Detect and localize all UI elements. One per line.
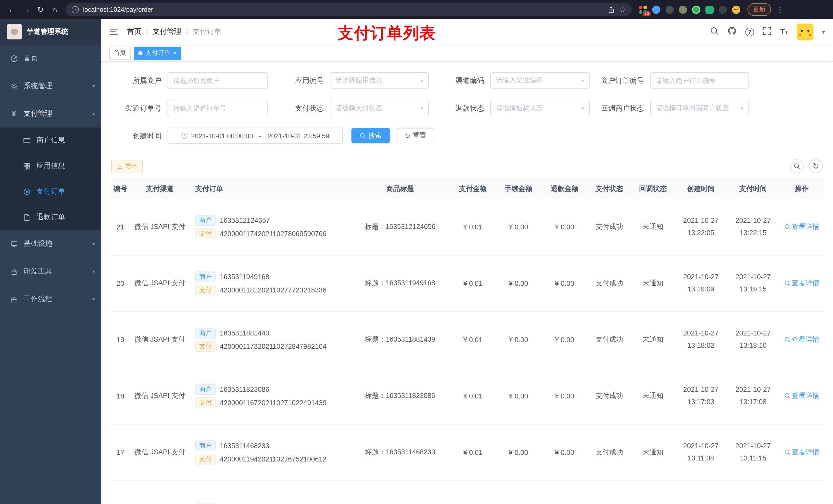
page-content: 所属商户 应用编号 请选择应用信息 ▾ 渠道编码 请输入渠道编码 ▾ 商户订单编… [101,62,833,504]
reset-button[interactable]: ↻ 重置 [397,128,434,143]
extension-chat-icon[interactable] [706,5,714,14]
cell-pay-order: 商户1635311881440 支付4200001173202110272847… [190,311,350,368]
merchant-select-input[interactable] [168,72,268,89]
channel-order-no-input[interactable] [168,100,268,116]
cell-channel: 微信 JSAPI 支付 [129,255,190,311]
browser-menu-icon[interactable]: ⋮ [776,5,784,14]
sidebar-item-payment[interactable]: ¥ 支付管理 ▴ [0,100,101,127]
filter-label: 创建时间 [111,127,168,144]
extension-pin-icon[interactable] [719,5,727,14]
app-title: 芋道管理系统 [27,27,68,37]
search-icon[interactable] [710,26,718,37]
cell-refund: ¥ 0.00 [542,311,588,368]
breadcrumb-payment[interactable]: 支付管理 [153,27,181,37]
table-row-partial: 商户1635311157736 [111,480,824,504]
sidebar-item-pay-order[interactable]: 支付订单 [0,179,101,205]
search-button-label: 搜索 [368,131,382,140]
create-time-range-picker[interactable]: 2021-10-01 00:00:00 - 2021-10-31 23:59:5… [168,127,343,144]
placeholder-text: 请选择订单回调商户状态 [656,103,738,113]
download-icon [117,163,123,169]
refund-status-select[interactable]: 请选择退款状态 ▾ [490,100,590,116]
cell-title: 标题：1635311881439 [350,311,450,368]
cell-pay-order: 商户1635311157736 [190,480,350,504]
chevron-down-icon: ▾ [741,105,743,111]
font-size-icon[interactable]: TT [780,27,788,37]
extension-face-icon[interactable] [732,5,740,14]
view-detail-link[interactable]: 查看详情 [784,335,819,344]
notify-status-select[interactable]: 请选择订单回调商户状态 ▾ [650,100,749,116]
refresh-table-icon[interactable]: ↻ [809,159,823,173]
col-notify: 回调状态 [631,179,675,199]
address-bar[interactable]: i localhost:1024/pay/order ☆ [66,3,632,16]
pay-status-select[interactable]: 请选择支付状态 ▾ [330,100,429,116]
sidebar-item-refund-order[interactable]: 退款订单 [0,205,101,230]
github-icon[interactable] [727,26,736,38]
caret-down-icon[interactable]: ▾ [822,29,825,34]
view-detail-link[interactable]: 查看详情 [784,279,819,288]
gear-icon [10,82,18,90]
update-button[interactable]: 更新 [747,3,771,16]
breadcrumb-home[interactable]: 首页 [127,27,141,37]
sidebar-item-infrastructure[interactable]: 基础设施 ▾ [0,230,101,258]
sidebar-item-workflow[interactable]: 工作流程 ▾ [0,285,101,313]
view-detail-link[interactable]: 查看详情 [784,222,819,232]
home-icon[interactable]: ⌂ [48,3,62,16]
sidebar-item-merchant-info[interactable]: 商户信息 [0,127,101,153]
view-detail-link[interactable]: 查看详情 [784,391,819,401]
fullscreen-icon[interactable] [763,26,771,37]
sidebar-item-label: 应用信息 [37,161,65,171]
user-avatar[interactable] [796,23,813,40]
help-icon[interactable]: ? [745,27,754,36]
tab-pay-order[interactable]: 支付订单 × [134,46,181,60]
cell-pay-time: 2021-10-2713:11:15 [727,424,779,480]
share-icon[interactable] [608,6,615,13]
cell-status: 支付成功 [588,311,631,368]
cell-notify: 未通知 [631,255,675,311]
cell-title: 标题：1635311468233 [350,424,450,480]
extensions-icon[interactable]: 10 [639,5,647,14]
tab-home[interactable]: 首页 [109,46,130,60]
cell-create-time: 2021-10-2713:22:05 [675,199,727,255]
app-id-select[interactable]: 请选择应用信息 ▾ [330,72,429,89]
chevron-down-icon: ▾ [93,269,95,274]
cell-refund: ¥ 0.00 [542,368,588,424]
export-button-label: 导出 [125,162,137,171]
search-button[interactable]: 搜索 [352,128,390,143]
cell-status: 支付成功 [588,368,631,424]
extension-grey-icon[interactable] [665,5,674,14]
filter-label: 支付状态 [268,100,330,116]
merchant-order-no-input[interactable] [650,72,749,89]
reload-icon[interactable]: ↻ [34,3,47,16]
site-info-icon[interactable]: i [72,6,79,13]
col-refund: 退款金额 [542,179,588,199]
hamburger-icon[interactable] [109,28,118,36]
cell-refund: ¥ 0.00 [542,199,588,255]
export-button[interactable]: 导出 [111,160,143,173]
sidebar-item-dev-tools[interactable]: 研发工具 ▾ [0,258,101,285]
cell-actions: 查看详情 [779,424,824,480]
extension-olive-icon[interactable] [679,5,687,14]
table-row: 17 微信 JSAPI 支付 商户1635311468233 支付4200001… [111,424,824,480]
sidebar-item-app-info[interactable]: 应用信息 [0,153,101,179]
extension-badge: 10 [643,11,651,16]
extension-blue-icon[interactable] [652,5,660,14]
view-detail-link[interactable]: 查看详情 [784,448,819,457]
forward-icon[interactable]: → [20,3,33,16]
col-pay-time: 支付时间 [727,179,779,199]
cell-fee: ¥ 0.00 [495,199,542,255]
show-search-icon[interactable] [790,159,804,173]
bookmark-star-icon[interactable]: ☆ [619,5,625,14]
chevron-down-icon: ▾ [421,78,423,83]
extension-green-icon[interactable] [692,5,700,14]
date-end: 2021-10-31 23:59:59 [267,132,329,140]
filter-label: 应用编号 [268,72,330,89]
back-icon[interactable]: ← [5,3,19,16]
table-row: 19 微信 JSAPI 支付 商户1635311881440 支付4200001… [111,311,824,368]
sidebar-item-home[interactable]: 首页 [0,45,101,72]
sidebar-item-system[interactable]: 系统管理 ▾ [0,72,101,100]
close-icon[interactable]: × [173,49,177,56]
col-create-time: 创建时间 [675,179,727,199]
credit-card-icon [23,137,31,144]
pay-order-table: 编号 支付渠道 支付订单 商品标题 支付金额 手续金额 退款金额 支付状态 回调… [111,179,824,504]
channel-code-select[interactable]: 请输入渠道编码 ▾ [490,72,590,89]
